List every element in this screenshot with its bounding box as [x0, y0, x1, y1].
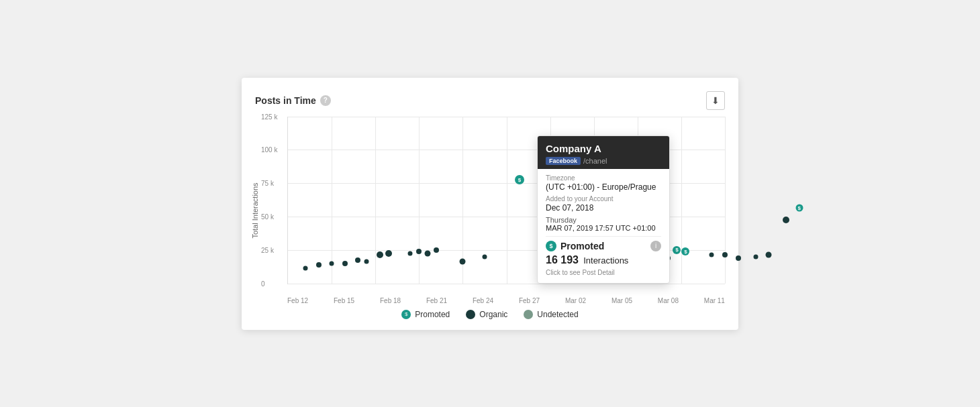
x-label-feb21: Feb 21: [426, 297, 447, 304]
tooltip-cta[interactable]: Click to see Post Detail: [546, 269, 661, 276]
y-label-25k: 25 k: [261, 246, 274, 253]
interactions-count: 16 193: [546, 254, 579, 266]
x-label-feb15: Feb 15: [334, 297, 354, 304]
dot-organic[interactable]: [460, 259, 466, 265]
tooltip-added-row: Added to your Account Dec 07, 2018: [546, 195, 661, 213]
x-label-mar08: Mar 08: [658, 297, 679, 304]
y-axis-label: Total Interactions: [251, 182, 259, 238]
y-label-75k: 75 k: [261, 180, 274, 187]
timezone-label: Timezone: [546, 174, 661, 182]
dot-organic[interactable]: [377, 251, 383, 258]
tooltip-channel-row: Facebook /chanel: [546, 157, 661, 165]
x-label-feb12: Feb 12: [287, 297, 308, 304]
tooltip: Company A Facebook /chanel Timezone (UTC…: [537, 135, 670, 284]
facebook-badge: Facebook: [546, 157, 581, 165]
legend-dot-undetected: [524, 310, 533, 319]
tooltip-header: Company A Facebook /chanel: [538, 136, 669, 169]
dot-organic[interactable]: [709, 253, 714, 257]
legend-dot-promoted: $: [401, 310, 411, 319]
promo-info-icon: i: [650, 241, 661, 251]
x-label-feb24: Feb 24: [473, 297, 493, 304]
legend-item-organic: Organic: [466, 310, 507, 319]
info-icon[interactable]: ?: [320, 95, 331, 106]
chart-card: Posts in Time ? ⬇ Total Interactions 125…: [242, 78, 738, 330]
card-title: Posts in Time ?: [255, 95, 331, 106]
legend: $ Promoted Organic Undetected: [255, 310, 725, 319]
dot-organic[interactable]: [364, 259, 369, 264]
channel-type: /chanel: [583, 157, 607, 165]
vgrid-3: [419, 117, 420, 284]
y-label-0: 0: [261, 280, 265, 287]
x-label-mar11: Mar 11: [704, 297, 725, 304]
legend-label-undetected: Undetected: [537, 310, 578, 319]
dot-promoted[interactable]: $: [673, 246, 681, 254]
x-label-feb18: Feb 18: [380, 297, 401, 304]
dot-organic[interactable]: [408, 251, 413, 255]
tooltip-promoted-row: $ Promoted i: [546, 241, 661, 251]
y-label-125k: 125 k: [261, 113, 277, 120]
x-label-mar02: Mar 02: [565, 297, 586, 304]
legend-label-promoted: Promoted: [415, 310, 450, 319]
promo-icon: $: [546, 241, 556, 251]
legend-item-promoted: $ Promoted: [401, 310, 450, 319]
interactions-label: Interactions: [583, 255, 628, 266]
x-label-mar05: Mar 05: [611, 297, 632, 304]
dot-organic[interactable]: [753, 254, 758, 259]
dot-organic[interactable]: [482, 254, 487, 259]
tooltip-body: Timezone (UTC +01:00) - Europe/Prague Ad…: [538, 169, 669, 283]
tooltip-interactions: 16 193 Interactions: [546, 254, 661, 266]
tooltip-date-row: Thursday MAR 07, 2019 17:57 UTC +01:00: [546, 216, 661, 232]
tooltip-divider: [546, 236, 661, 237]
dot-organic[interactable]: [316, 262, 322, 268]
x-axis: Feb 12 Feb 15 Feb 18 Feb 21 Feb 24 Feb 2…: [287, 297, 725, 304]
dot-organic[interactable]: [342, 261, 348, 266]
chart-area: Total Interactions 125 k 100 k 75 k 50 k: [255, 117, 725, 304]
x-label-feb27: Feb 27: [519, 297, 540, 304]
vgrid-9: [681, 117, 682, 284]
dot-promoted[interactable]: $: [681, 247, 689, 255]
added-label: Added to your Account: [546, 195, 661, 202]
grid-line-0: 0: [288, 284, 725, 284]
timezone-value: (UTC +01:00) - Europe/Prague: [546, 182, 661, 192]
dot-organic[interactable]: [425, 250, 431, 256]
vgrid-2: [375, 117, 376, 284]
download-button[interactable]: ⬇: [706, 91, 725, 110]
vgrid-5: [507, 117, 507, 284]
legend-dot-organic: [466, 310, 475, 319]
promo-label: Promoted: [560, 241, 604, 251]
dot-organic[interactable]: [736, 255, 741, 261]
legend-label-organic: Organic: [479, 310, 507, 319]
y-label-100k: 100 k: [261, 146, 277, 154]
card-header: Posts in Time ? ⬇: [255, 91, 725, 110]
vgrid-10: [725, 117, 726, 284]
dot-organic[interactable]: [766, 252, 772, 258]
dot-organic[interactable]: [434, 247, 439, 253]
dot-promoted[interactable]: $: [515, 175, 524, 184]
y-label-50k: 50 k: [261, 213, 274, 220]
dot-organic[interactable]: [355, 257, 360, 263]
tooltip-company: Company A: [546, 143, 661, 154]
added-value: Dec 07, 2018: [546, 203, 661, 213]
date-value: MAR 07, 2019 17:57 UTC +01:00: [546, 224, 661, 232]
dot-organic[interactable]: [416, 249, 422, 254]
legend-item-undetected: Undetected: [524, 310, 578, 319]
dot-organic[interactable]: [722, 252, 728, 257]
dot-promoted[interactable]: $: [795, 205, 803, 212]
vgrid-1: [332, 117, 332, 284]
dot-organic[interactable]: [303, 266, 308, 271]
dot-organic[interactable]: [330, 261, 334, 266]
dot-organic[interactable]: [385, 250, 392, 257]
day-label: Thursday: [546, 216, 661, 224]
dot-organic[interactable]: [783, 217, 789, 223]
title-text: Posts in Time: [255, 95, 316, 106]
tooltip-timezone-row: Timezone (UTC +01:00) - Europe/Prague: [546, 174, 661, 192]
